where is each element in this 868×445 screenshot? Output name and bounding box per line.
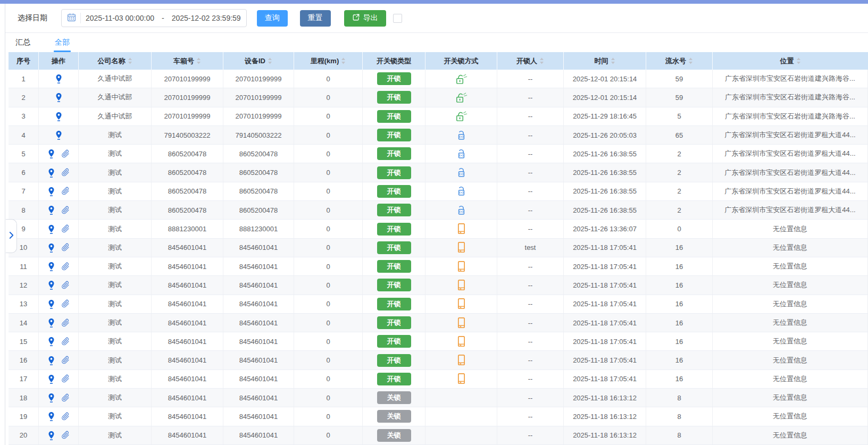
location-pin-icon[interactable]: [47, 167, 55, 178]
attachment-icon[interactable]: [61, 337, 70, 346]
column-header-mileage[interactable]: 里程(km): [294, 52, 363, 70]
location-pin-icon[interactable]: [47, 242, 55, 253]
tab-all[interactable]: 全部: [54, 38, 71, 52]
location-pin-icon[interactable]: [47, 336, 55, 347]
cell-ops: [39, 70, 79, 88]
attachment-icon[interactable]: [61, 243, 70, 252]
column-header-device[interactable]: 设备ID: [223, 52, 294, 70]
cell-ops: [39, 314, 79, 332]
cell-device: 8454601041: [223, 332, 294, 350]
column-header-location[interactable]: 位置: [713, 52, 868, 70]
cell-ops: [39, 107, 79, 125]
location-pin-icon[interactable]: [47, 374, 55, 384]
cell-lock_type: 开锁: [363, 126, 425, 144]
attachment-icon[interactable]: [61, 187, 70, 196]
location-pin-icon[interactable]: [47, 186, 55, 197]
cell-unlocker: --: [497, 426, 564, 444]
export-button[interactable]: 导出: [344, 10, 386, 27]
location-pin-icon[interactable]: [47, 224, 55, 234]
location-pin-icon[interactable]: [47, 411, 55, 422]
cell-unlocker: --: [497, 88, 564, 106]
location-pin-icon[interactable]: [47, 317, 55, 328]
table-row: 3 久通中试部2070101999992070101999990开锁 --202…: [9, 107, 868, 126]
column-header-company[interactable]: 公司名称: [79, 52, 152, 70]
cell-time: 2025-11-26 16:38:55: [564, 145, 646, 163]
cell-company: 测试: [79, 389, 152, 407]
cell-location: 广东省深圳市宝安区石岩街道罗租大道44...: [713, 201, 868, 219]
cell-lock_type: 关锁: [363, 407, 425, 425]
cell-box: 8454601041: [152, 239, 223, 257]
records-table: 序号操作公司名称 车箱号 设备ID 里程(km) 开关锁类型开关锁方式开锁人 时…: [9, 52, 868, 445]
location-pin-icon[interactable]: [47, 392, 55, 403]
column-header-serial[interactable]: 流水号: [646, 52, 713, 70]
cell-serial: 8: [646, 389, 713, 407]
column-label: 里程(km): [311, 56, 339, 66]
cell-location: 无位置信息: [713, 370, 868, 388]
attachment-icon[interactable]: [61, 431, 70, 440]
attachment-icon[interactable]: [61, 412, 70, 421]
cell-serial: 16: [646, 257, 713, 275]
attachment-icon[interactable]: [61, 299, 70, 308]
sidebar-expand-button[interactable]: [5, 219, 17, 253]
cell-method: [425, 332, 497, 350]
cell-method: [425, 426, 497, 444]
cell-time: 2025-11-18 17:05:41: [564, 351, 646, 369]
location-pin-icon[interactable]: [47, 355, 55, 366]
location-pin-icon[interactable]: [47, 205, 55, 215]
location-pin-icon[interactable]: [55, 130, 63, 140]
cell-company: 测试: [79, 163, 152, 181]
location-pin-icon[interactable]: [55, 111, 63, 122]
location-pin-icon[interactable]: [55, 73, 63, 84]
cell-lock_type: 开锁: [363, 163, 425, 181]
cell-unlocker: --: [497, 351, 564, 369]
signal-lock-icon: [455, 204, 468, 216]
column-header-index: 序号: [9, 52, 39, 70]
column-header-unlocker[interactable]: 开锁人: [497, 52, 564, 70]
cell-ops: [39, 239, 79, 257]
cell-location: 广东省深圳市宝安区石岩街道建兴路海谷...: [713, 88, 868, 106]
date-range-input[interactable]: 2025-11-03 00:00:00 - 2025-12-02 23:59:5…: [61, 9, 247, 27]
cell-company: 测试: [79, 426, 152, 444]
date-range-separator: -: [162, 14, 164, 22]
cell-location: 广东省深圳市宝安区石岩街道建兴路海谷...: [713, 107, 868, 125]
attachment-icon[interactable]: [61, 206, 70, 215]
cell-index: 14: [9, 314, 39, 332]
tab-all-label: 全部: [55, 38, 70, 46]
cell-index: 6: [9, 163, 39, 181]
cell-device: 8454601041: [223, 389, 294, 407]
attachment-icon[interactable]: [61, 356, 70, 365]
cell-company: 久通中试部: [79, 107, 152, 125]
attachment-icon[interactable]: [61, 224, 70, 233]
column-header-box[interactable]: 车箱号: [152, 52, 223, 70]
attachment-icon[interactable]: [61, 318, 70, 328]
location-pin-icon[interactable]: [47, 430, 55, 441]
cell-time: 2025-11-18 17:05:41: [564, 332, 646, 350]
attachment-icon[interactable]: [61, 149, 70, 158]
cell-box: 8454601041: [152, 257, 223, 275]
column-label: 车箱号: [173, 56, 194, 66]
cell-method: [425, 239, 497, 257]
column-label: 序号: [16, 56, 30, 66]
table-row: 7 测试860520047886052004780开锁 --2025-11-26…: [9, 182, 868, 201]
cell-lock_type: 开锁: [363, 370, 425, 388]
attachment-icon[interactable]: [61, 262, 70, 271]
table-row: 10 测试845460104184546010410开锁 test2025-11…: [9, 239, 868, 257]
cell-lock_type: 开锁: [363, 88, 425, 106]
reset-button[interactable]: 重置: [300, 10, 331, 27]
attachment-icon[interactable]: [61, 374, 70, 383]
cell-ops: [39, 389, 79, 407]
toolbar-checkbox[interactable]: [393, 14, 402, 23]
attachment-icon[interactable]: [61, 393, 70, 402]
location-pin-icon[interactable]: [47, 148, 55, 159]
attachment-icon[interactable]: [61, 168, 70, 177]
cell-device: 8454601041: [223, 314, 294, 332]
location-pin-icon[interactable]: [47, 261, 55, 272]
query-button[interactable]: 查询: [257, 10, 288, 27]
column-header-time[interactable]: 时间: [564, 52, 646, 70]
attachment-icon[interactable]: [61, 281, 70, 290]
location-pin-icon[interactable]: [55, 92, 63, 103]
location-pin-icon[interactable]: [47, 299, 55, 309]
cell-serial: 59: [646, 88, 713, 106]
tab-summary[interactable]: 汇总: [14, 38, 31, 52]
location-pin-icon[interactable]: [47, 280, 55, 290]
